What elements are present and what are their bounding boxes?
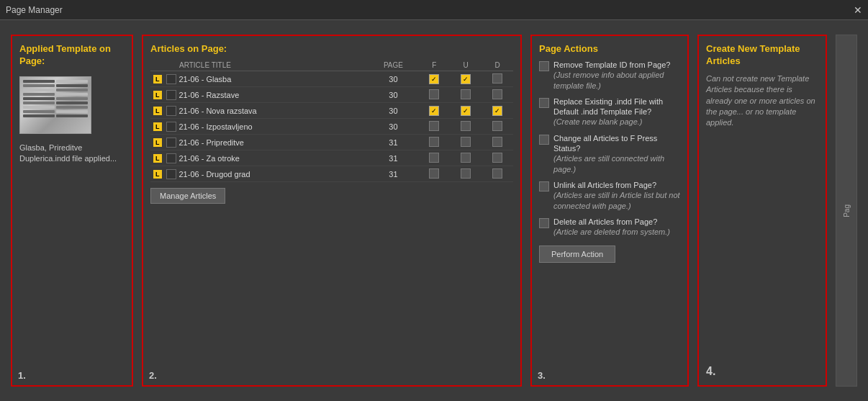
checkbox-f[interactable]: ✓	[429, 106, 439, 116]
article-cb-f[interactable]: ✓	[418, 103, 450, 119]
panel-create-template: Create New Template Articles Can not cre…	[697, 35, 827, 387]
checkbox-u[interactable]: ✓	[461, 106, 471, 116]
action-item: Unlink all Articles from Page? (Articles…	[539, 180, 680, 211]
l-badge: L	[153, 154, 162, 163]
action-item: Remove Template ID from Page? (Just remo…	[539, 60, 680, 91]
article-cb-u[interactable]	[450, 119, 482, 135]
article-page: 31	[369, 166, 419, 182]
article-cb-f[interactable]	[418, 135, 450, 150]
article-cb-d[interactable]	[482, 166, 513, 182]
article-title-cell: L21-06 - Za otroke	[150, 150, 369, 166]
panel3-number: 3.	[538, 370, 546, 381]
table-row: L21-06 - Drugod grad31	[150, 166, 513, 182]
manage-articles-button[interactable]: Manage Articles	[150, 188, 225, 204]
table-row: L21-06 - Pripreditve31	[150, 135, 513, 150]
action-checkbox-1[interactable]	[539, 98, 549, 108]
action-label: Delete all Articles from Page?	[553, 217, 657, 226]
action-text-0: Remove Template ID from Page? (Just remo…	[553, 60, 680, 91]
thumb-line	[56, 102, 88, 104]
article-cb-u[interactable]	[450, 166, 482, 182]
l-badge: L	[153, 170, 162, 179]
article-title-cell: L21-06 - Glasba	[150, 71, 369, 87]
article-cb-f[interactable]	[418, 119, 450, 135]
article-cb-f[interactable]	[418, 87, 450, 103]
main-content: Applied Template on Page:	[0, 20, 868, 401]
checkbox-d[interactable]	[492, 153, 502, 163]
checkbox-d[interactable]	[492, 168, 502, 179]
thumb-line	[56, 97, 88, 100]
thumb-line	[23, 106, 55, 109]
action-item: Delete all Articles from Page? (Article …	[539, 217, 680, 238]
article-title: 21-06 - Nova razstava	[179, 107, 257, 115]
article-cb-d[interactable]	[482, 150, 513, 166]
l-badge: L	[153, 91, 162, 99]
panel-page-actions: Page Actions Remove Template ID from Pag…	[530, 35, 689, 387]
panel-right-edge: Pag	[836, 35, 857, 387]
article-cb-d[interactable]: ✓	[482, 103, 513, 119]
checkbox-u[interactable]: ✓	[461, 74, 471, 84]
checkbox-f[interactable]	[429, 121, 439, 131]
panel4-title: Create New Template Articles	[706, 43, 818, 68]
thumb-line	[56, 110, 88, 113]
checkbox-f[interactable]	[429, 137, 439, 147]
checkbox-d[interactable]	[492, 89, 502, 99]
article-title: 21-06 - Za otroke	[179, 154, 240, 163]
article-cb-d[interactable]	[482, 71, 513, 87]
checkbox-f[interactable]	[429, 89, 439, 99]
thumb-line	[23, 93, 55, 96]
checkbox-u[interactable]	[461, 121, 471, 131]
l-badge: L	[153, 138, 162, 147]
checkbox-d[interactable]	[492, 137, 502, 147]
checkbox-f[interactable]	[429, 168, 439, 179]
article-cb-u[interactable]	[450, 150, 482, 166]
close-button[interactable]: ✕	[854, 4, 862, 16]
action-checkbox-0[interactable]	[539, 61, 549, 71]
article-cb-d[interactable]	[482, 119, 513, 135]
table-row: L21-06 - Razstave30	[150, 87, 513, 103]
article-cb-d[interactable]	[482, 87, 513, 103]
perform-action-button[interactable]: Perform Action	[539, 245, 615, 263]
thumb-line	[23, 84, 55, 87]
action-checkbox-2[interactable]	[539, 135, 549, 145]
panel3-title: Page Actions	[539, 43, 680, 54]
right-edge-label: Pag	[843, 204, 851, 217]
color-swatch	[166, 153, 176, 163]
checkbox-u[interactable]	[461, 137, 471, 147]
article-title-cell: L21-06 - Razstave	[150, 87, 369, 103]
thumb-line	[56, 84, 88, 87]
checkbox-d[interactable]	[492, 73, 502, 84]
checkbox-u[interactable]	[461, 89, 471, 99]
article-page: 30	[369, 119, 419, 135]
panel1-number: 1.	[18, 370, 26, 381]
table-row: L21-06 - Izpostavljeno30	[150, 119, 513, 135]
checkbox-d[interactable]	[492, 121, 502, 131]
template-info: Glasba, Prireditve Duplerica.indd file a…	[19, 143, 125, 165]
thumb-line	[56, 114, 88, 117]
action-label: Replace Existing .indd File with Default…	[553, 97, 663, 116]
article-cb-d[interactable]	[482, 135, 513, 150]
article-cb-u[interactable]	[450, 87, 482, 103]
action-note: (Create new blank page.)	[553, 117, 643, 126]
article-title-cell: L21-06 - Drugod grad	[150, 166, 369, 182]
col-page: PAGE	[369, 60, 419, 71]
article-cb-u[interactable]	[450, 135, 482, 150]
action-text-1: Replace Existing .indd File with Default…	[553, 96, 680, 127]
checkbox-u[interactable]	[461, 153, 471, 163]
article-cb-f[interactable]	[418, 166, 450, 182]
article-cb-f[interactable]	[418, 150, 450, 166]
article-page: 30	[369, 103, 419, 119]
thumb-line	[23, 110, 55, 113]
checkbox-f[interactable]: ✓	[429, 74, 439, 84]
checkbox-f[interactable]	[429, 153, 439, 163]
article-cb-u[interactable]: ✓	[450, 103, 482, 119]
article-cb-u[interactable]: ✓	[450, 71, 482, 87]
action-checkbox-4[interactable]	[539, 218, 549, 228]
article-cb-f[interactable]: ✓	[418, 71, 450, 87]
article-title-cell: L21-06 - Pripreditve	[150, 135, 369, 150]
checkbox-u[interactable]	[461, 168, 471, 179]
articles-table: ARTICLE TITLE PAGE F U D L21-06 - Glasba…	[150, 60, 513, 182]
checkbox-d[interactable]: ✓	[492, 106, 502, 116]
action-checkbox-3[interactable]	[539, 181, 549, 192]
thumbnail-visual	[20, 77, 91, 133]
article-page: 30	[369, 71, 419, 87]
